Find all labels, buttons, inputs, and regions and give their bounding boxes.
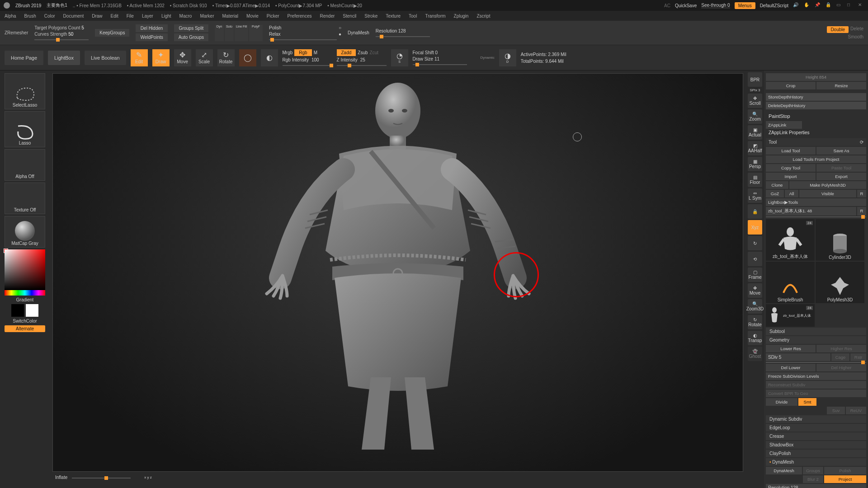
dynamic-brush-button[interactable]: ◑D <box>499 49 516 66</box>
brush-size-slider[interactable] <box>72 478 131 479</box>
rot-z-button[interactable]: ⟲ <box>748 252 762 266</box>
relax-slider[interactable] <box>269 39 337 40</box>
frame-button[interactable]: ▢Frame <box>748 267 762 282</box>
tool-thumb-3[interactable]: PolyMesh3D <box>816 262 864 303</box>
shadowbox-accordion[interactable]: ShadowBox <box>766 441 866 449</box>
menu-stencil[interactable]: Stencil <box>343 14 356 19</box>
menu-render[interactable]: Render <box>320 14 335 19</box>
solo-icon[interactable]: Solo <box>225 25 234 41</box>
z-intensity-slider[interactable] <box>337 65 387 66</box>
focal-shift-value[interactable]: 0 <box>435 50 438 55</box>
polyf-icon[interactable]: PolyF <box>249 25 263 41</box>
dynamesh-accordion[interactable]: DynaMesh <box>766 458 866 466</box>
curves-slider[interactable] <box>34 39 89 40</box>
r2-button[interactable]: R <box>857 207 866 216</box>
reconstruct-button[interactable]: Reconstruct Subdiv <box>766 381 866 389</box>
menu-document[interactable]: Document <box>63 14 84 19</box>
menu-draw[interactable]: Draw <box>92 14 102 19</box>
delhidden-button[interactable]: Del Hidden <box>136 24 167 32</box>
lock-button[interactable]: 🔒 <box>748 204 762 219</box>
dynamesh-button[interactable]: DynaMesh <box>766 467 802 474</box>
ghost-button[interactable]: 👻Ghost <box>748 347 762 361</box>
home-page-button[interactable]: Home Page <box>5 51 43 65</box>
menu-zplugin[interactable]: Zplugin <box>454 14 469 19</box>
weldpoints-button[interactable]: WeldPoints <box>136 33 167 41</box>
linefill-icon[interactable]: Line Fill <box>235 25 248 41</box>
sdiv-slider[interactable] <box>766 362 866 363</box>
menu-picker[interactable]: Picker <box>267 14 279 19</box>
r-button[interactable]: R <box>857 190 866 197</box>
export-button[interactable]: Export <box>816 173 866 180</box>
dynamesh-label[interactable]: DynaMesh <box>348 30 369 35</box>
smt-button[interactable]: Smt <box>798 398 816 406</box>
tool-slider[interactable] <box>766 216 866 217</box>
zapplink-props-header[interactable]: ZAppLink Properties <box>766 129 866 136</box>
double-button[interactable]: Double <box>827 26 849 33</box>
selectlasso-brush[interactable]: SelectLasso <box>5 73 45 109</box>
dynamic-label[interactable]: Dynamic <box>481 56 495 60</box>
color-picker[interactable] <box>5 249 45 290</box>
higherres-button[interactable]: Higher Res <box>816 345 866 352</box>
quicksave-button[interactable]: QuickSave <box>675 3 697 8</box>
loadproject-button[interactable]: Load Tools From Project <box>766 155 866 163</box>
zapplink-button[interactable]: ZAppLink <box>766 121 802 129</box>
persp-button[interactable]: ▦Persp <box>748 157 762 171</box>
move-mode-button[interactable]: ✥Move <box>174 49 191 66</box>
rotate-mode-button[interactable]: ↻Rotate <box>217 49 235 66</box>
tool-header[interactable]: Tool <box>769 140 777 145</box>
makepolymesh-button[interactable]: Make PolyMesh3D <box>789 181 866 189</box>
dellower-button[interactable]: Del Lower <box>766 364 816 371</box>
pin-icon[interactable]: 📌 <box>815 2 821 9</box>
edit-mode-button[interactable]: ✎Edit <box>131 49 148 66</box>
relax-label[interactable]: Relax <box>269 32 281 37</box>
audio-icon[interactable]: 🔊 <box>793 2 799 9</box>
edgeloop-accordion[interactable]: EdgeLoop <box>766 424 866 432</box>
resolution-slider[interactable] <box>376 36 430 37</box>
resolution2-field[interactable]: Resolution 128 <box>766 484 866 488</box>
tool-thumb-0[interactable]: 24 zb_tool_基本人体 <box>766 219 815 261</box>
zoom3d-button[interactable]: 🔍Zoom3D <box>748 299 762 314</box>
autogroups-button[interactable]: Auto Groups <box>174 33 208 41</box>
lowerres-button[interactable]: Lower Res <box>766 345 816 352</box>
switchcolor-button[interactable]: SwitchColor <box>13 319 37 324</box>
seethrough-slider[interactable]: See-through 0 <box>701 3 730 8</box>
rgb-intensity-slider[interactable] <box>283 65 332 66</box>
copytool-button[interactable]: Copy Tool <box>766 164 816 172</box>
rgb-button[interactable]: Rgb <box>294 49 311 56</box>
pastetool-button[interactable]: Paste Tool <box>816 164 866 172</box>
zcut-button[interactable]: Zcut <box>370 50 378 55</box>
suv-button[interactable]: Suv <box>827 407 845 414</box>
groupssplit-button[interactable]: Groups Split <box>174 24 208 32</box>
delete-button[interactable]: Delete <box>850 26 863 33</box>
gradient-button[interactable]: Gradient <box>16 297 33 302</box>
clone-button[interactable]: Clone <box>766 181 788 189</box>
lock-icon[interactable]: 🔒 <box>826 2 832 9</box>
curves-value[interactable]: 50 <box>68 32 73 37</box>
draw-size-value[interactable]: 11 <box>434 56 439 61</box>
tool-name-field[interactable]: zb_tool_基本人体1. 48 <box>766 207 856 216</box>
aahalf-button[interactable]: ◩AAHalf <box>748 141 762 155</box>
hue-strip[interactable] <box>5 290 45 296</box>
menu-color[interactable]: Color <box>44 14 55 19</box>
draw-mode-button[interactable]: ✦Draw <box>152 49 170 66</box>
claypolish-accordion[interactable]: ClayPolish <box>766 450 866 457</box>
scale-mode-button[interactable]: ⤢Scale <box>196 49 213 66</box>
zremesher-label[interactable]: ZRemesher <box>5 30 28 35</box>
zsub-button[interactable]: Zsub <box>358 50 368 55</box>
min-icon[interactable]: ▭ <box>836 2 843 9</box>
freeze-button[interactable]: Freeze SubDivision Levels <box>766 372 866 380</box>
lasso-stroke[interactable]: Lasso <box>5 111 45 147</box>
groups-button[interactable]: Groups <box>803 467 823 474</box>
goz-button[interactable]: GoZ <box>766 190 784 197</box>
project-button[interactable]: Project <box>824 475 866 483</box>
polish-dot-icon[interactable]: ○ <box>339 25 341 30</box>
deletedepth-button[interactable]: DeleteDepthHistory <box>766 102 866 109</box>
swatch-white[interactable] <box>26 304 38 317</box>
floor-button[interactable]: ▤Floor <box>748 173 762 187</box>
z-intensity-value[interactable]: 25 <box>360 57 365 62</box>
close-icon[interactable]: ✕ <box>858 2 864 9</box>
convertbpr-button[interactable]: Convert BPR To Geo <box>766 389 866 397</box>
hand-icon[interactable]: ✋ <box>804 2 810 9</box>
delhigher-button[interactable]: Del Higher <box>816 364 866 371</box>
rstr-button[interactable]: Rstr <box>850 353 866 361</box>
